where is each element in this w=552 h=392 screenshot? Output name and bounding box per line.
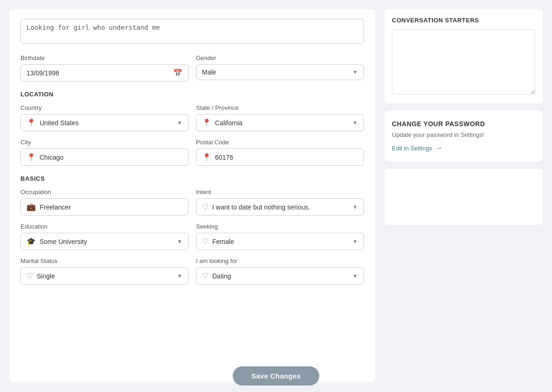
- city-input-wrapper: 📍: [20, 149, 188, 166]
- city-input[interactable]: [40, 154, 182, 161]
- education-select-wrapper: 🎓 Some University High School College Gr…: [20, 233, 188, 250]
- looking-for-select-wrapper: ♡ Dating Friendship Marriage ▼: [196, 267, 364, 284]
- main-content: Birthdate 📅 Gender Male Female Other ▼: [9, 9, 375, 382]
- seeking-select-wrapper: ♡ Female Male Both ▼: [196, 233, 364, 250]
- basics-heading: BASICS: [20, 175, 364, 182]
- state-select-wrapper: 📍 California New York Texas Illinois ▼: [196, 114, 364, 131]
- postal-pin-icon: 📍: [202, 153, 211, 162]
- edit-settings-link[interactable]: Edit in Settings →: [392, 144, 535, 152]
- seeking-select[interactable]: Female Male Both: [212, 238, 349, 245]
- education-select[interactable]: Some University High School College Grad…: [40, 238, 173, 245]
- postal-input[interactable]: [215, 154, 358, 161]
- bio-textarea[interactable]: [20, 19, 364, 44]
- state-group: State / Province 📍 California New York T…: [196, 104, 364, 131]
- state-pin-icon: 📍: [202, 118, 211, 127]
- gender-select-wrapper: Male Female Other ▼: [196, 64, 364, 80]
- looking-for-select[interactable]: Dating Friendship Marriage: [212, 272, 349, 280]
- conversation-starters-card: CONVERSATION STARTERS: [384, 9, 543, 103]
- save-btn-wrapper: Save Changes: [0, 360, 552, 391]
- postal-input-wrapper: 📍: [196, 149, 364, 166]
- birthdate-input[interactable]: [27, 69, 169, 77]
- edit-settings-arrow-icon: →: [435, 144, 443, 152]
- education-cap-icon: 🎓: [27, 237, 36, 246]
- education-chevron-icon: ▼: [177, 238, 182, 245]
- gender-select[interactable]: Male Female Other: [202, 68, 349, 76]
- gender-label: Gender: [196, 54, 364, 61]
- state-chevron-icon: ▼: [352, 120, 358, 126]
- change-password-title: CHANGE YOUR PASSWORD: [392, 120, 535, 128]
- seeking-group: Seeking ♡ Female Male Both ▼: [196, 223, 364, 250]
- change-password-desc: Update your password in Settings!: [392, 131, 535, 138]
- intent-select-wrapper: ♡ I want to date but nothing serious. Lo…: [196, 198, 364, 216]
- state-label: State / Province: [196, 104, 364, 111]
- intent-group: Intent ♡ I want to date but nothing seri…: [196, 189, 364, 216]
- edit-settings-label: Edit in Settings: [392, 145, 432, 152]
- country-label: Country: [20, 104, 188, 111]
- calendar-icon[interactable]: 📅: [173, 68, 182, 77]
- occupation-input[interactable]: [40, 203, 182, 211]
- city-group: City 📍: [20, 139, 188, 166]
- seeking-heart-icon: ♡: [202, 237, 209, 246]
- gender-chevron-icon: ▼: [352, 69, 358, 75]
- marital-heart-icon: ♡: [27, 271, 33, 280]
- save-changes-button[interactable]: Save Changes: [233, 366, 319, 385]
- location-heading: LOCATION: [20, 91, 364, 98]
- birthdate-label: Birthdate: [20, 54, 188, 61]
- extra-card: [384, 169, 543, 225]
- seeking-chevron-icon: ▼: [352, 238, 358, 245]
- postal-group: Postal Code 📍: [196, 139, 364, 166]
- birthdate-input-wrapper: 📅: [20, 64, 188, 81]
- occupation-label: Occupation: [20, 189, 188, 196]
- looking-for-chevron-icon: ▼: [352, 273, 358, 279]
- city-label: City: [20, 139, 188, 146]
- education-group: Education 🎓 Some University High School …: [20, 223, 188, 250]
- country-group: Country 📍 United States Canada United Ki…: [20, 104, 188, 131]
- intent-heart-icon: ♡: [202, 203, 209, 211]
- seeking-label: Seeking: [196, 223, 364, 230]
- marital-select[interactable]: Single Divorced Widowed: [37, 272, 173, 280]
- marital-select-wrapper: ♡ Single Divorced Widowed ▼: [20, 267, 188, 284]
- birthdate-group: Birthdate 📅: [20, 54, 188, 81]
- looking-for-heart-icon: ♡: [202, 271, 209, 280]
- marital-group: Marital Status ♡ Single Divorced Widowed…: [20, 257, 188, 284]
- intent-select[interactable]: I want to date but nothing serious. Look…: [212, 203, 349, 211]
- marital-label: Marital Status: [20, 257, 188, 264]
- country-pin-icon: 📍: [27, 118, 36, 127]
- country-select[interactable]: United States Canada United Kingdom: [40, 119, 173, 127]
- conversation-starters-textarea[interactable]: [392, 29, 535, 95]
- occupation-group: Occupation 💼: [20, 189, 188, 216]
- education-label: Education: [20, 223, 188, 230]
- occupation-briefcase-icon: 💼: [27, 203, 36, 211]
- page-wrapper: Birthdate 📅 Gender Male Female Other ▼: [0, 0, 552, 391]
- marital-chevron-icon: ▼: [177, 273, 182, 279]
- city-pin-icon: 📍: [27, 153, 36, 162]
- country-select-wrapper: 📍 United States Canada United Kingdom ▼: [20, 114, 188, 131]
- sidebar: CONVERSATION STARTERS CHANGE YOUR PASSWO…: [384, 9, 543, 382]
- occupation-input-wrapper: 💼: [20, 198, 188, 216]
- state-select[interactable]: California New York Texas Illinois: [215, 119, 349, 127]
- looking-for-group: I am looking for ♡ Dating Friendship Mar…: [196, 257, 364, 284]
- gender-group: Gender Male Female Other ▼: [196, 54, 364, 81]
- postal-label: Postal Code: [196, 139, 364, 146]
- intent-label: Intent: [196, 189, 364, 196]
- intent-chevron-icon: ▼: [352, 204, 358, 210]
- change-password-card: CHANGE YOUR PASSWORD Update your passwor…: [384, 111, 543, 162]
- looking-for-label: I am looking for: [196, 257, 364, 264]
- country-chevron-icon: ▼: [177, 120, 182, 126]
- conversation-starters-title: CONVERSATION STARTERS: [392, 17, 535, 24]
